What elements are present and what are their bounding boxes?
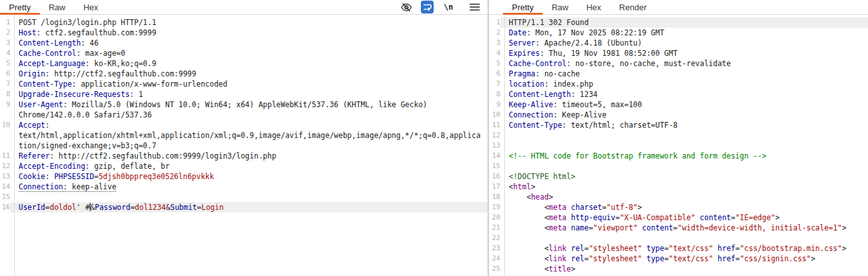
code-line[interactable]: 17<html> <box>489 182 868 192</box>
code-line[interactable]: 22 <box>489 233 868 243</box>
response-gutter-divider <box>504 15 505 276</box>
tab-raw[interactable]: Raw <box>543 0 577 14</box>
code-line[interactable]: 5Cache-Control: no-store, no-cache, must… <box>489 58 868 69</box>
code-line[interactable]: 16UserId=doldol' #&Password=dol1234&Subm… <box>0 202 488 212</box>
code-line[interactable]: 9User-Agent: Mozilla/5.0 (Windows NT 10.… <box>0 99 488 110</box>
tab-hex[interactable]: Hex <box>577 0 610 14</box>
code-line[interactable]: 25 <title> <box>489 264 868 274</box>
code-token: meta <box>549 203 566 212</box>
code-token: < <box>509 203 549 212</box>
code-line[interactable]: 4Expires: Thu, 19 Nov 1981 08:52:00 GMT <box>489 48 868 58</box>
code-line[interactable]: 11Content-Type: text/html; charset=UTF-8 <box>489 120 868 130</box>
code-line[interactable]: 18 <head> <box>489 192 868 202</box>
response-viewer[interactable]: 1HTTP/1.1 302 Found2Date: Mon, 17 Nov 20… <box>489 15 868 274</box>
tab-pretty[interactable]: Pretty <box>503 0 543 14</box>
code-token: Connection <box>509 110 553 119</box>
code-token: : http://ctf2.segfaulthub.com:9999/login… <box>49 151 276 160</box>
code-line[interactable]: 3Server: Apache/2.4.18 (Ubuntu) <box>489 38 868 48</box>
line-text <box>500 233 868 243</box>
word-wrap-icon[interactable] <box>421 1 434 13</box>
code-line[interactable]: 14<!-- HTML code for Bootstrap framework… <box>489 151 868 161</box>
line-text: <head> <box>500 192 868 202</box>
code-line[interactable]: 15 <box>489 161 868 171</box>
line-text: location: index.php <box>500 79 868 89</box>
code-token: meta <box>549 223 566 232</box>
line-text: POST /login3/login.php HTTP/1.1 <box>10 17 488 28</box>
code-line[interactable]: 15 <box>0 192 488 202</box>
code-line[interactable]: 2Date: Mon, 17 Nov 2025 08:22:19 GMT <box>489 28 868 38</box>
code-line[interactable]: 21 <meta name="viewport" content="width=… <box>489 223 868 233</box>
tab-pretty[interactable]: Pretty <box>0 0 40 14</box>
code-line[interactable]: 9Keep-Alive: timeout=5, max=100 <box>489 99 868 110</box>
line-text: Connection: keep-alive <box>10 182 488 192</box>
code-token: : no-cache <box>536 69 580 78</box>
code-line[interactable]: 7location: index.php <box>489 79 868 89</box>
code-line[interactable]: 6Origin: http://ctf2.segfaulthub.com:999… <box>0 69 488 79</box>
code-line[interactable]: tion/signed-exchange;v=b3;q=0.7 <box>0 141 488 151</box>
tab-hex[interactable]: Hex <box>74 0 107 14</box>
code-line[interactable]: 3Content-Length: 46 <box>0 38 488 48</box>
code-token: "text/css" <box>668 244 713 253</box>
code-token: : ctf2.segfaulthub.com:9999 <box>37 28 157 37</box>
code-line[interactable]: 8Upgrade-Insecure-Requests: 1 <box>0 89 488 99</box>
code-token: HTTP/1.1 302 Found <box>509 18 589 27</box>
code-token: type <box>647 254 665 263</box>
line-text: <link rel="stylesheet" type="text/css" h… <box>500 254 868 264</box>
code-token: = <box>197 203 201 212</box>
code-token <box>642 244 647 253</box>
tab-raw[interactable]: Raw <box>40 0 74 14</box>
eye-off-icon[interactable] <box>400 1 413 13</box>
code-line[interactable]: 10Accept: <box>0 120 488 130</box>
code-token: Upgrade-Insecure-Requests <box>19 90 130 99</box>
line-number: 15 <box>0 192 10 202</box>
request-editor[interactable]: 1POST /login3/login.php HTTP/1.12Host: c… <box>0 15 488 212</box>
code-token: : text/html; charset=UTF-8 <box>562 121 677 130</box>
line-number: 5 <box>489 58 500 69</box>
tab-render[interactable]: Render <box>610 0 656 14</box>
code-token: PHPSESSID <box>54 172 94 181</box>
tab-label: Render <box>619 3 647 12</box>
code-line[interactable]: 12Accept-Encoding: gzip, deflate, br <box>0 161 488 171</box>
code-line[interactable]: 23 <link rel="stylesheet" type="text/css… <box>489 243 868 254</box>
code-line[interactable]: 6Pragma: no-cache <box>489 69 868 79</box>
code-line[interactable]: 1HTTP/1.1 302 Found <box>489 17 868 28</box>
code-token: : ko-KR,ko;q=0.9 <box>85 59 157 68</box>
code-line[interactable]: 7Content-Type: application/x-www-form-ur… <box>0 79 488 89</box>
code-line[interactable]: 8Content-Length: 1234 <box>489 89 868 99</box>
code-token: Cache-Control <box>509 59 566 68</box>
line-number <box>0 130 10 141</box>
code-line[interactable]: 20 <meta http-equiv="X-UA-Compatible" co… <box>489 212 868 223</box>
code-line[interactable]: 5Accept-Language: ko-KR,ko;q=0.9 <box>0 58 488 69</box>
code-line[interactable]: 16<!DOCTYPE html> <box>489 171 868 182</box>
line-text: <title> <box>500 264 868 274</box>
message-editor-split-view: PrettyRawHex <box>0 0 868 276</box>
code-line[interactable]: 4Cache-Control: max-age=0 <box>0 48 488 58</box>
code-line[interactable]: 24 <link rel="stylesheet" type="text/css… <box>489 254 868 264</box>
code-token: html <box>513 182 531 191</box>
line-number: 23 <box>489 243 500 254</box>
line-text: Content-Type: application/x-www-form-url… <box>10 79 488 89</box>
code-line[interactable]: Chrome/142.0.0.0 Safari/537.36 <box>0 110 488 120</box>
line-number: 1 <box>489 17 500 28</box>
code-line[interactable]: 12 <box>489 130 868 141</box>
code-line[interactable]: 13 <box>489 141 868 151</box>
code-line[interactable]: 1POST /login3/login.php HTTP/1.1 <box>0 17 488 28</box>
code-token: name <box>571 223 589 232</box>
code-token: Origin <box>19 69 46 78</box>
line-text: tion/signed-exchange;v=b3;q=0.7 <box>10 141 488 151</box>
code-line[interactable]: 13Cookie: PHPSESSID=5djsh0bppreq3e0526ln… <box>0 171 488 182</box>
line-number: 10 <box>489 110 500 120</box>
code-line[interactable]: 19 <meta charset="utf-8"> <box>489 202 868 212</box>
code-line[interactable]: 14Connection: keep-alive <box>0 182 488 192</box>
code-line[interactable]: 10Connection: Keep-Alive <box>489 110 868 120</box>
code-line[interactable]: 2Host: ctf2.segfaulthub.com:9999 <box>0 28 488 38</box>
line-text: Origin: http://ctf2.segfaulthub.com:9999 <box>10 69 488 79</box>
code-token: < <box>509 244 549 253</box>
code-token: : 1 <box>130 90 143 99</box>
code-line[interactable]: text/html,application/xhtml+xml,applicat… <box>0 130 488 141</box>
menu-icon[interactable] <box>468 1 481 13</box>
line-text: Accept-Encoding: gzip, deflate, br <box>10 161 488 171</box>
code-token: > <box>571 264 575 273</box>
code-line[interactable]: 11Referer: http://ctf2.segfaulthub.com:9… <box>0 151 488 161</box>
newline-icon[interactable]: \n <box>442 1 455 13</box>
